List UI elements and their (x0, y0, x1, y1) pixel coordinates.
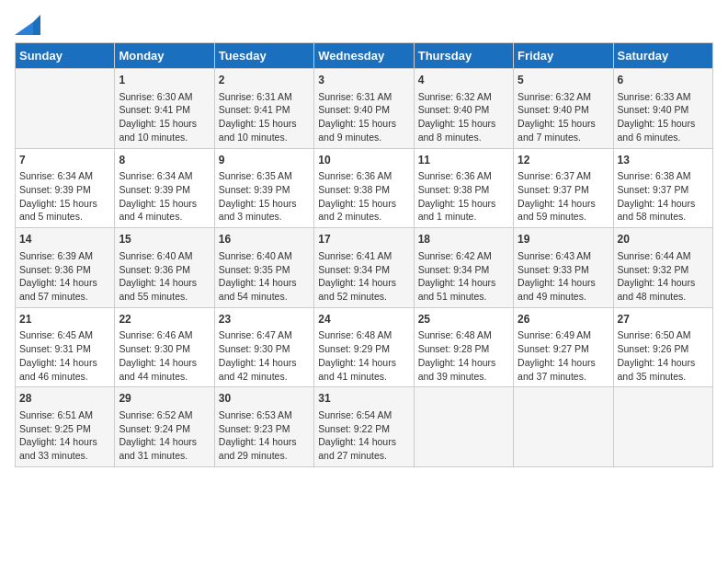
calendar-cell: 19Sunrise: 6:43 AM Sunset: 9:33 PM Dayli… (514, 228, 613, 308)
day-info: Sunrise: 6:36 AM Sunset: 9:38 PM Dayligh… (418, 169, 509, 224)
day-info: Sunrise: 6:41 AM Sunset: 9:34 PM Dayligh… (318, 249, 409, 304)
day-number: 14 (19, 232, 110, 247)
header-row: SundayMondayTuesdayWednesdayThursdayFrid… (16, 43, 713, 69)
calendar-cell: 17Sunrise: 6:41 AM Sunset: 9:34 PM Dayli… (314, 228, 414, 308)
day-info: Sunrise: 6:30 AM Sunset: 9:41 PM Dayligh… (119, 90, 210, 144)
calendar-cell: 1Sunrise: 6:30 AM Sunset: 9:41 PM Daylig… (115, 69, 214, 149)
calendar-cell: 23Sunrise: 6:47 AM Sunset: 9:30 PM Dayli… (214, 307, 313, 387)
week-row-2: 14Sunrise: 6:39 AM Sunset: 9:36 PM Dayli… (16, 228, 713, 308)
logo-icon (15, 15, 40, 35)
day-number: 9 (219, 153, 310, 168)
calendar-cell: 2Sunrise: 6:31 AM Sunset: 9:41 PM Daylig… (214, 69, 313, 149)
day-number: 31 (318, 391, 409, 407)
calendar-cell: 13Sunrise: 6:38 AM Sunset: 9:37 PM Dayli… (613, 148, 712, 228)
day-info: Sunrise: 6:42 AM Sunset: 9:34 PM Dayligh… (418, 249, 509, 304)
calendar-cell (16, 69, 115, 149)
day-number: 22 (119, 312, 210, 327)
day-info: Sunrise: 6:48 AM Sunset: 9:28 PM Dayligh… (418, 328, 509, 383)
day-info: Sunrise: 6:31 AM Sunset: 9:40 PM Dayligh… (318, 90, 409, 144)
day-info: Sunrise: 6:36 AM Sunset: 9:38 PM Dayligh… (318, 169, 409, 224)
day-info: Sunrise: 6:32 AM Sunset: 9:40 PM Dayligh… (418, 90, 509, 144)
day-number: 21 (19, 312, 110, 327)
calendar-cell: 14Sunrise: 6:39 AM Sunset: 9:36 PM Dayli… (16, 228, 115, 308)
logo (15, 15, 44, 35)
day-info: Sunrise: 6:37 AM Sunset: 9:37 PM Dayligh… (518, 169, 609, 224)
calendar-cell: 5Sunrise: 6:32 AM Sunset: 9:40 PM Daylig… (514, 69, 613, 149)
day-info: Sunrise: 6:35 AM Sunset: 9:39 PM Dayligh… (219, 169, 310, 224)
day-number: 25 (418, 312, 509, 327)
calendar-cell: 18Sunrise: 6:42 AM Sunset: 9:34 PM Dayli… (414, 228, 513, 308)
day-info: Sunrise: 6:45 AM Sunset: 9:31 PM Dayligh… (19, 328, 110, 383)
day-info: Sunrise: 6:39 AM Sunset: 9:36 PM Dayligh… (19, 249, 110, 304)
header-cell-friday: Friday (514, 43, 613, 69)
calendar-table: SundayMondayTuesdayWednesdayThursdayFrid… (15, 42, 713, 467)
calendar-cell: 24Sunrise: 6:48 AM Sunset: 9:29 PM Dayli… (314, 307, 414, 387)
day-number: 30 (219, 391, 310, 407)
header-cell-monday: Monday (115, 43, 214, 69)
calendar-cell: 11Sunrise: 6:36 AM Sunset: 9:38 PM Dayli… (414, 148, 513, 228)
week-row-0: 1Sunrise: 6:30 AM Sunset: 9:41 PM Daylig… (16, 69, 713, 149)
calendar-cell: 8Sunrise: 6:34 AM Sunset: 9:39 PM Daylig… (115, 148, 214, 228)
day-number: 12 (518, 153, 609, 168)
calendar-cell: 9Sunrise: 6:35 AM Sunset: 9:39 PM Daylig… (214, 148, 313, 228)
day-info: Sunrise: 6:52 AM Sunset: 9:24 PM Dayligh… (119, 408, 210, 463)
calendar-cell: 30Sunrise: 6:53 AM Sunset: 9:23 PM Dayli… (214, 387, 313, 467)
day-number: 24 (318, 312, 409, 327)
calendar-cell (514, 387, 613, 467)
calendar-cell: 15Sunrise: 6:40 AM Sunset: 9:36 PM Dayli… (115, 228, 214, 308)
day-number: 11 (418, 153, 509, 168)
day-info: Sunrise: 6:33 AM Sunset: 9:40 PM Dayligh… (618, 90, 709, 144)
calendar-cell (414, 387, 513, 467)
day-number: 17 (318, 232, 409, 247)
week-row-4: 28Sunrise: 6:51 AM Sunset: 9:25 PM Dayli… (16, 387, 713, 467)
calendar-cell: 25Sunrise: 6:48 AM Sunset: 9:28 PM Dayli… (414, 307, 513, 387)
day-info: Sunrise: 6:49 AM Sunset: 9:27 PM Dayligh… (518, 328, 609, 383)
day-number: 20 (618, 232, 709, 247)
day-number: 1 (119, 73, 210, 88)
header-cell-wednesday: Wednesday (314, 43, 414, 69)
calendar-cell: 6Sunrise: 6:33 AM Sunset: 9:40 PM Daylig… (613, 69, 712, 149)
day-info: Sunrise: 6:46 AM Sunset: 9:30 PM Dayligh… (119, 328, 210, 383)
day-number: 6 (618, 73, 709, 88)
day-info: Sunrise: 6:34 AM Sunset: 9:39 PM Dayligh… (19, 169, 110, 224)
day-number: 3 (318, 73, 409, 88)
day-info: Sunrise: 6:32 AM Sunset: 9:40 PM Dayligh… (518, 90, 609, 144)
header-cell-saturday: Saturday (613, 43, 712, 69)
day-info: Sunrise: 6:47 AM Sunset: 9:30 PM Dayligh… (219, 328, 310, 383)
day-number: 13 (618, 153, 709, 168)
day-number: 27 (618, 312, 709, 327)
day-info: Sunrise: 6:48 AM Sunset: 9:29 PM Dayligh… (318, 328, 409, 383)
header-cell-sunday: Sunday (16, 43, 115, 69)
header-cell-tuesday: Tuesday (214, 43, 313, 69)
calendar-cell: 20Sunrise: 6:44 AM Sunset: 9:32 PM Dayli… (613, 228, 712, 308)
day-info: Sunrise: 6:54 AM Sunset: 9:22 PM Dayligh… (318, 408, 409, 463)
svg-marker-1 (15, 22, 33, 35)
day-number: 28 (19, 391, 110, 407)
day-info: Sunrise: 6:50 AM Sunset: 9:26 PM Dayligh… (618, 328, 709, 383)
day-info: Sunrise: 6:31 AM Sunset: 9:41 PM Dayligh… (219, 90, 310, 144)
day-info: Sunrise: 6:44 AM Sunset: 9:32 PM Dayligh… (618, 249, 709, 304)
day-info: Sunrise: 6:53 AM Sunset: 9:23 PM Dayligh… (219, 408, 310, 463)
calendar-cell: 27Sunrise: 6:50 AM Sunset: 9:26 PM Dayli… (613, 307, 712, 387)
day-number: 2 (219, 73, 310, 88)
calendar-cell: 26Sunrise: 6:49 AM Sunset: 9:27 PM Dayli… (514, 307, 613, 387)
calendar-cell: 29Sunrise: 6:52 AM Sunset: 9:24 PM Dayli… (115, 387, 214, 467)
calendar-cell: 3Sunrise: 6:31 AM Sunset: 9:40 PM Daylig… (314, 69, 414, 149)
day-number: 5 (518, 73, 609, 88)
day-number: 18 (418, 232, 509, 247)
header-cell-thursday: Thursday (414, 43, 513, 69)
week-row-1: 7Sunrise: 6:34 AM Sunset: 9:39 PM Daylig… (16, 148, 713, 228)
day-info: Sunrise: 6:51 AM Sunset: 9:25 PM Dayligh… (19, 408, 110, 463)
day-number: 10 (318, 153, 409, 168)
calendar-cell: 16Sunrise: 6:40 AM Sunset: 9:35 PM Dayli… (214, 228, 313, 308)
day-number: 26 (518, 312, 609, 327)
calendar-cell (613, 387, 712, 467)
day-info: Sunrise: 6:38 AM Sunset: 9:37 PM Dayligh… (618, 169, 709, 224)
day-number: 8 (119, 153, 210, 168)
week-row-3: 21Sunrise: 6:45 AM Sunset: 9:31 PM Dayli… (16, 307, 713, 387)
day-info: Sunrise: 6:40 AM Sunset: 9:35 PM Dayligh… (219, 249, 310, 304)
day-number: 15 (119, 232, 210, 247)
calendar-cell: 10Sunrise: 6:36 AM Sunset: 9:38 PM Dayli… (314, 148, 414, 228)
calendar-cell: 7Sunrise: 6:34 AM Sunset: 9:39 PM Daylig… (16, 148, 115, 228)
calendar-cell: 22Sunrise: 6:46 AM Sunset: 9:30 PM Dayli… (115, 307, 214, 387)
